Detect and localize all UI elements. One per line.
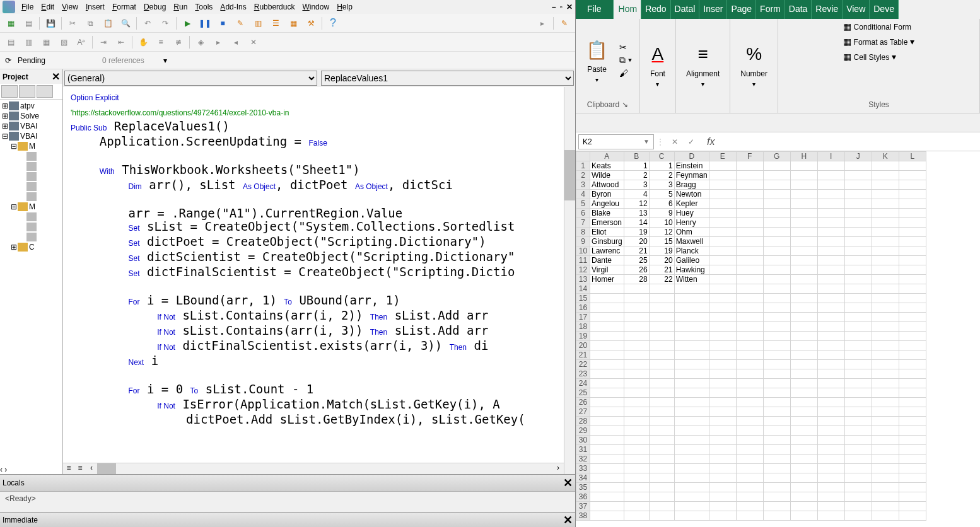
cell[interactable]: 12 — [649, 228, 674, 237]
cell[interactable] — [817, 492, 844, 502]
cell[interactable] — [817, 332, 844, 341]
cell[interactable] — [899, 275, 926, 284]
cell[interactable] — [736, 294, 763, 303]
cell[interactable] — [736, 473, 763, 483]
pause-icon[interactable]: ❚❚ — [197, 16, 213, 31]
cell[interactable] — [817, 294, 844, 303]
cell[interactable] — [624, 398, 649, 407]
cell[interactable] — [709, 190, 736, 199]
cell[interactable] — [872, 426, 899, 436]
cell[interactable] — [763, 284, 790, 294]
cell[interactable] — [709, 350, 736, 360]
cell[interactable]: Huey — [674, 209, 709, 218]
cell[interactable] — [624, 511, 649, 521]
cell[interactable] — [736, 341, 763, 350]
cell[interactable] — [844, 350, 872, 360]
cell[interactable]: 14 — [624, 218, 649, 228]
cell[interactable] — [872, 492, 899, 502]
cell[interactable] — [790, 445, 817, 455]
cell[interactable] — [844, 161, 872, 171]
cell[interactable] — [817, 417, 844, 426]
cell[interactable] — [649, 464, 674, 473]
cell[interactable] — [899, 350, 926, 360]
cell[interactable] — [872, 284, 899, 294]
cell[interactable] — [790, 171, 817, 180]
cell[interactable] — [844, 483, 872, 492]
save-icon[interactable]: 💾 — [42, 16, 59, 31]
cell[interactable] — [736, 445, 763, 455]
row-header[interactable]: 17 — [576, 313, 590, 322]
fx-label[interactable]: fx — [702, 136, 720, 148]
cell[interactable]: 10 — [649, 218, 674, 228]
toolbox-icon[interactable]: ⚒ — [303, 16, 319, 31]
number-button[interactable]: % Number ▾ — [735, 39, 773, 90]
cell[interactable] — [790, 464, 817, 473]
cell[interactable]: Byron — [590, 190, 624, 199]
cell[interactable] — [590, 322, 624, 332]
cell[interactable] — [736, 284, 763, 294]
cell[interactable] — [817, 199, 844, 209]
cell[interactable] — [872, 455, 899, 464]
cell[interactable] — [899, 284, 926, 294]
cell[interactable] — [674, 294, 709, 303]
cell[interactable] — [649, 407, 674, 417]
cell[interactable] — [790, 398, 817, 407]
tb-4[interactable]: ▧ — [55, 35, 72, 50]
cell[interactable] — [736, 246, 763, 256]
cell[interactable] — [790, 275, 817, 284]
cell[interactable] — [844, 209, 872, 218]
row-header[interactable]: 7 — [576, 218, 590, 228]
cell[interactable]: 1 — [624, 161, 649, 171]
tab-inser[interactable]: Inser — [699, 0, 727, 19]
close-icon[interactable]: ✕ — [52, 71, 60, 83]
cell[interactable] — [844, 275, 872, 284]
cell[interactable] — [817, 445, 844, 455]
worksheet[interactable]: ABCDEFGHIJKL1Keats11Einstein2Wilde22Feyn… — [576, 151, 980, 527]
cell[interactable]: 28 — [624, 275, 649, 284]
cell[interactable] — [899, 473, 926, 483]
cell[interactable] — [624, 360, 649, 369]
cell[interactable] — [674, 445, 709, 455]
tb-2[interactable]: ▥ — [20, 35, 37, 50]
view-object-icon[interactable] — [19, 85, 35, 98]
cell[interactable] — [790, 180, 817, 190]
cell[interactable] — [899, 161, 926, 171]
cell[interactable] — [736, 436, 763, 445]
cell[interactable]: Homer — [590, 275, 624, 284]
cell[interactable] — [709, 398, 736, 407]
cell[interactable] — [763, 350, 790, 360]
cell[interactable] — [649, 426, 674, 436]
cell[interactable] — [709, 246, 736, 256]
cell[interactable] — [817, 218, 844, 228]
row-header[interactable]: 27 — [576, 407, 590, 417]
cell[interactable] — [790, 473, 817, 483]
restore-button[interactable]: ▫ — [560, 3, 563, 11]
cell[interactable] — [763, 492, 790, 502]
cell[interactable] — [763, 369, 790, 379]
project-explorer-icon[interactable]: ▥ — [250, 16, 266, 31]
cell[interactable] — [763, 209, 790, 218]
menu-insert[interactable]: Insert — [82, 1, 108, 13]
tree-node[interactable]: ⊞VBAI — [1, 121, 61, 131]
tab-datal[interactable]: Datal — [671, 0, 700, 19]
select-all[interactable] — [576, 152, 590, 161]
cell[interactable] — [899, 190, 926, 199]
cell[interactable] — [899, 199, 926, 209]
cell[interactable]: 2 — [649, 171, 674, 180]
cell[interactable] — [844, 388, 872, 398]
copy-icon[interactable]: ⧉ — [82, 16, 98, 31]
cell[interactable] — [872, 190, 899, 199]
cell[interactable] — [649, 341, 674, 350]
stop-icon[interactable]: ■ — [214, 16, 231, 31]
cell[interactable] — [790, 455, 817, 464]
cell[interactable] — [709, 502, 736, 511]
cell[interactable] — [590, 360, 624, 369]
cell[interactable] — [872, 332, 899, 341]
tb-3[interactable]: ▦ — [38, 35, 54, 50]
cell[interactable] — [649, 322, 674, 332]
cell[interactable] — [590, 284, 624, 294]
cell[interactable] — [763, 265, 790, 275]
cell[interactable] — [674, 473, 709, 483]
cell[interactable] — [790, 511, 817, 521]
more-icon[interactable]: ▸ — [534, 16, 551, 31]
